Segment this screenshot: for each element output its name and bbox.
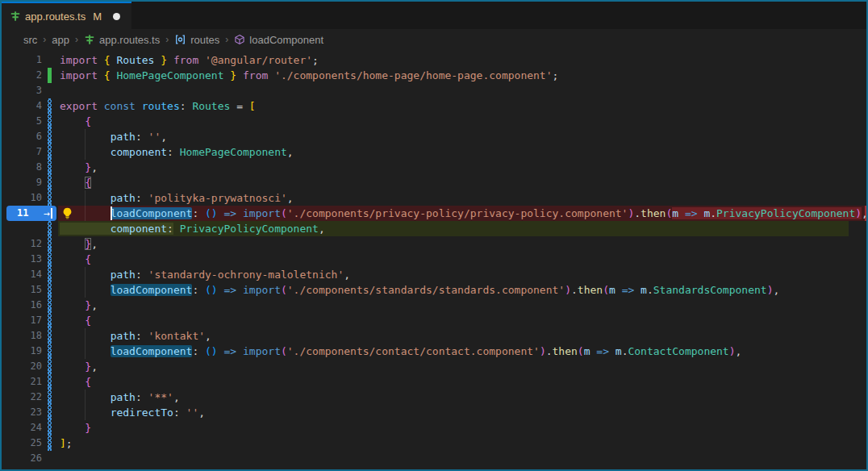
- code-line[interactable]: 7 component: HomePageComponent,: [2, 144, 866, 160]
- code-line[interactable]: 16 },: [2, 298, 866, 313]
- code-token: ,: [773, 284, 779, 296]
- line-number[interactable]: 14: [2, 267, 42, 282]
- code-line[interactable]: 4export const routes: Routes = [: [2, 98, 866, 114]
- code-line[interactable]: 8 },: [2, 160, 866, 175]
- line-number[interactable]: 13: [2, 252, 42, 267]
- code-text: loadComponent: () => import('./component…: [60, 282, 779, 298]
- line-number[interactable]: 18: [2, 328, 42, 344]
- code-token: :: [180, 100, 193, 112]
- line-number[interactable]: 7: [2, 144, 42, 160]
- code-token: [60, 422, 85, 434]
- line-number[interactable]: 17: [2, 313, 42, 328]
- line-number[interactable]: 15: [2, 282, 42, 298]
- code-line[interactable]: 24 }: [2, 420, 866, 436]
- code-line[interactable]: 23 redirectTo: '',: [2, 405, 866, 420]
- code-line[interactable]: 6 path: '',: [2, 129, 866, 144]
- code-line[interactable]: 2import { HomePageComponent } from './co…: [2, 68, 866, 83]
- line-number[interactable]: 3: [2, 83, 42, 98]
- code-line[interactable]: 10 path: 'polityka-prywatnosci',: [2, 190, 866, 206]
- gutter-change-bar: [48, 328, 52, 344]
- tab-app-routes[interactable]: app.routes.ts M: [2, 2, 131, 29]
- code-line[interactable]: 21 {: [2, 374, 866, 390]
- line-number[interactable]: 12: [2, 236, 42, 252]
- code-token: }: [230, 69, 243, 81]
- code-line[interactable]: 5 {: [2, 114, 866, 129]
- code-text: ];: [60, 436, 73, 451]
- code-line[interactable]: 26: [2, 451, 866, 466]
- code-line[interactable]: 19 loadComponent: () => import('./compon…: [2, 344, 866, 359]
- code-text: export const routes: Routes = [: [60, 98, 256, 114]
- code-line[interactable]: 12 },: [2, 236, 866, 252]
- code-line[interactable]: 22 path: '**',: [2, 390, 866, 405]
- code-token: Routes: [192, 100, 230, 112]
- diff-added-line[interactable]: component: PrivacyPolicyComponent,: [2, 221, 866, 236]
- code-line[interactable]: 20 },: [2, 359, 866, 374]
- code-line[interactable]: 14 path: 'standardy-ochrony-maloletnich'…: [2, 267, 866, 282]
- code-line[interactable]: 25];: [2, 436, 866, 451]
- line-number[interactable]: 20: [2, 359, 42, 374]
- code-token: Routes: [116, 54, 161, 66]
- code-token: import: [243, 284, 281, 296]
- breadcrumb-item-loadcomponent[interactable]: loadComponent: [234, 34, 323, 46]
- line-number[interactable]: 9: [2, 175, 42, 190]
- code-text: path: '',: [60, 129, 167, 144]
- code-token: .: [546, 345, 553, 357]
- code-line[interactable]: 18 path: 'kontakt',: [2, 328, 866, 344]
- line-number[interactable]: 23: [2, 405, 42, 420]
- breadcrumb-item-app[interactable]: app: [52, 34, 69, 46]
- lightbulb-icon[interactable]: [62, 207, 73, 219]
- code-token: }: [85, 238, 91, 250]
- code-token: m: [584, 345, 590, 357]
- breadcrumb-item-routes[interactable]: routes: [174, 34, 219, 46]
- code-line[interactable]: 1import { Routes } from '@angular/router…: [2, 52, 866, 68]
- code-line[interactable]: 17 {: [2, 313, 866, 328]
- breadcrumb-item-app-routes-ts[interactable]: app.routes.ts: [84, 34, 160, 46]
- tab-bar: app.routes.ts M: [2, 2, 866, 29]
- code-text: {: [60, 175, 91, 190]
- code-token: }: [161, 54, 173, 66]
- code-token: .: [571, 284, 578, 296]
- code-token: [60, 376, 85, 388]
- code-token: HomePageComponent: [180, 146, 287, 158]
- code-line[interactable]: 9 {: [2, 175, 866, 190]
- line-number[interactable]: 8: [2, 160, 42, 175]
- unsaved-dot-icon[interactable]: [113, 13, 120, 20]
- line-number[interactable]: 4: [2, 98, 42, 114]
- line-number[interactable]: 22: [2, 390, 42, 405]
- code-line[interactable]: 15 loadComponent: () => import('./compon…: [2, 282, 866, 298]
- line-number[interactable]: 24: [2, 420, 42, 436]
- code-token: [60, 177, 85, 189]
- line-number[interactable]: 6: [2, 129, 42, 144]
- line-number[interactable]: 25: [2, 436, 42, 451]
- code-token: 'polityka-prywatnosci': [148, 192, 287, 204]
- line-number[interactable]: 2: [2, 68, 42, 83]
- gutter-change-bar: [48, 405, 52, 420]
- line-number[interactable]: 10: [2, 190, 42, 206]
- code-token: [60, 345, 111, 357]
- code-area[interactable]: 1import { Routes } from '@angular/router…: [2, 50, 866, 469]
- line-number[interactable]: 5: [2, 114, 42, 129]
- code-token: =>: [224, 207, 237, 219]
- code-text: component: HomePageComponent,: [60, 144, 294, 160]
- code-line[interactable]: 11→ loadComponent: () => import('./compo…: [2, 206, 866, 221]
- line-number[interactable]: 16: [2, 298, 42, 313]
- code-token: =>: [224, 284, 237, 296]
- line-number[interactable]: 19: [2, 344, 42, 359]
- code-token: :: [167, 146, 180, 158]
- gutter-change-bar: [48, 298, 52, 313]
- code-token: [60, 330, 111, 342]
- code-token: {: [104, 69, 117, 81]
- breadcrumb-separator: ›: [42, 34, 47, 45]
- code-token: (: [281, 345, 287, 357]
- code-text: {: [60, 114, 91, 129]
- line-number[interactable]: 21: [2, 374, 42, 390]
- code-line[interactable]: 3: [2, 83, 866, 98]
- code-token: './components/standards/standards.compon…: [287, 284, 565, 296]
- code-token: component: [111, 223, 167, 235]
- code-token: export: [60, 100, 104, 112]
- code-token: import: [243, 345, 281, 357]
- breadcrumb-item-src[interactable]: src: [23, 34, 37, 46]
- line-number[interactable]: 1: [2, 52, 42, 68]
- code-line[interactable]: 13 {: [2, 252, 866, 267]
- line-number[interactable]: 26: [2, 451, 42, 466]
